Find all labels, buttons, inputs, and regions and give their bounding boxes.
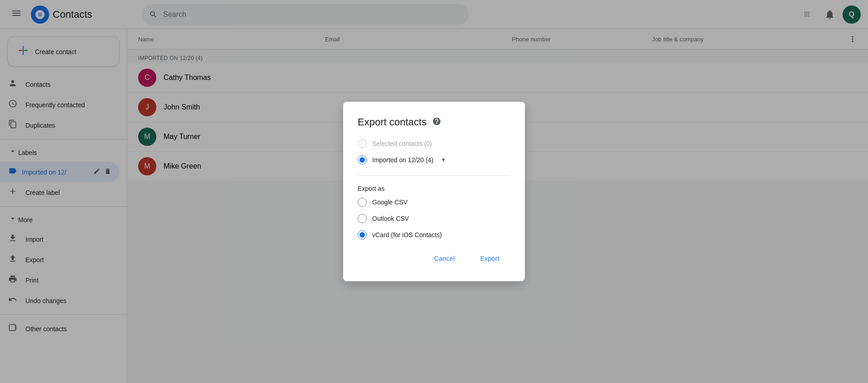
vcard-option[interactable]: vCard (for iOS Contacts) bbox=[358, 230, 510, 239]
outlook-csv-option[interactable]: Outlook CSV bbox=[358, 214, 510, 223]
dropdown-arrow-icon[interactable]: ▼ bbox=[441, 157, 446, 163]
google-csv-option[interactable]: Google CSV bbox=[358, 198, 510, 207]
dialog-actions: Cancel Export bbox=[358, 250, 510, 267]
outlook-csv-label: Outlook CSV bbox=[372, 215, 409, 222]
export-as-title: Export as bbox=[358, 185, 510, 192]
format-selection-group: Google CSV Outlook CSV vCard (for iOS Co… bbox=[358, 198, 510, 239]
dialog-divider bbox=[358, 175, 510, 176]
outlook-csv-radio[interactable] bbox=[358, 214, 367, 223]
modal-overlay[interactable]: Export contacts Selected contacts (0) Im… bbox=[0, 0, 868, 383]
export-button[interactable]: Export bbox=[469, 250, 510, 267]
selected-contacts-label: Selected contacts (0) bbox=[372, 140, 432, 147]
help-icon[interactable] bbox=[432, 117, 441, 128]
contacts-selection-group: Selected contacts (0) Imported on 12/20 … bbox=[358, 139, 510, 164]
vcard-radio[interactable] bbox=[358, 230, 367, 239]
vcard-label: vCard (for iOS Contacts) bbox=[372, 231, 442, 239]
dialog-title-text: Export contacts bbox=[358, 116, 427, 128]
google-csv-label: Google CSV bbox=[372, 199, 408, 206]
export-as-section: Export as Google CSV Outlook CSV vCard (… bbox=[358, 185, 510, 239]
selected-contacts-option[interactable]: Selected contacts (0) bbox=[358, 139, 510, 148]
imported-contacts-radio[interactable] bbox=[358, 155, 367, 164]
export-contacts-dialog: Export contacts Selected contacts (0) Im… bbox=[343, 102, 525, 281]
selected-contacts-radio[interactable] bbox=[358, 139, 367, 148]
cancel-button[interactable]: Cancel bbox=[423, 250, 465, 267]
imported-contacts-option[interactable]: Imported on 12/20 (4) ▼ bbox=[358, 155, 510, 164]
google-csv-radio[interactable] bbox=[358, 198, 367, 207]
dialog-title-row: Export contacts bbox=[358, 116, 510, 128]
imported-contacts-label: Imported on 12/20 (4) bbox=[372, 156, 434, 164]
